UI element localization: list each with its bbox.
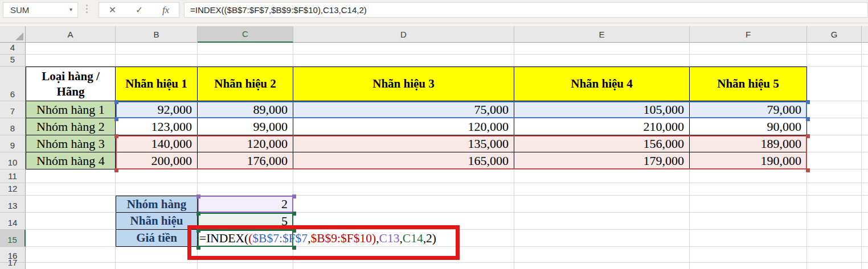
cell-A9[interactable]: Nhóm hàng 3 bbox=[26, 135, 116, 152]
cell-A15[interactable] bbox=[26, 230, 116, 247]
column-header-E[interactable]: E bbox=[514, 26, 690, 43]
row-header-11[interactable]: 11 bbox=[0, 169, 26, 183]
cell-E17[interactable] bbox=[514, 263, 690, 269]
cell-A7[interactable]: Nhóm hàng 1 bbox=[26, 101, 116, 118]
cell-A4[interactable] bbox=[26, 43, 116, 55]
row-header-5[interactable]: 5 bbox=[0, 55, 26, 67]
cell-F5[interactable] bbox=[690, 55, 807, 67]
cell-E12[interactable] bbox=[514, 183, 690, 196]
cell-H7[interactable] bbox=[862, 101, 868, 118]
cell-F17[interactable] bbox=[690, 263, 807, 269]
cell-E11[interactable] bbox=[514, 169, 690, 183]
insert-function-icon[interactable]: fx bbox=[162, 5, 169, 16]
cell-B6[interactable]: Nhãn hiệu 1 bbox=[116, 67, 198, 101]
cell-F13[interactable] bbox=[690, 196, 807, 213]
cell-H6[interactable] bbox=[862, 67, 868, 101]
cell-G11[interactable] bbox=[807, 169, 862, 183]
cell-H17[interactable] bbox=[862, 263, 868, 269]
cell-H5[interactable] bbox=[862, 55, 868, 67]
column-header-D[interactable]: D bbox=[293, 26, 514, 43]
cell-H15[interactable] bbox=[862, 230, 868, 247]
cell-G8[interactable] bbox=[807, 118, 862, 135]
cell-G6[interactable] bbox=[807, 67, 862, 101]
cell-D6[interactable]: Nhãn hiệu 3 bbox=[293, 67, 514, 101]
cell-H10[interactable] bbox=[862, 152, 868, 169]
cell-D5[interactable] bbox=[293, 55, 514, 67]
select-all-corner[interactable] bbox=[0, 26, 26, 43]
cell-A5[interactable] bbox=[26, 55, 116, 67]
cell-G13[interactable] bbox=[807, 196, 862, 213]
name-box[interactable]: SUM ▾ bbox=[3, 2, 78, 18]
range-handle[interactable] bbox=[196, 212, 200, 216]
row-header-4[interactable]: 4 bbox=[0, 43, 26, 55]
column-header-C[interactable]: C bbox=[198, 26, 293, 43]
column-header-A[interactable]: A bbox=[26, 26, 116, 43]
cell-C5[interactable] bbox=[198, 55, 293, 67]
row-header-7[interactable]: 7 bbox=[0, 101, 26, 118]
cell-E15[interactable] bbox=[514, 230, 690, 247]
cell-H4[interactable] bbox=[862, 43, 868, 55]
cell-D4[interactable] bbox=[293, 43, 514, 55]
column-header-B[interactable]: B bbox=[116, 26, 198, 43]
row-header-6[interactable]: 6 bbox=[0, 67, 26, 101]
cell-E4[interactable] bbox=[514, 43, 690, 55]
cell-B11[interactable] bbox=[116, 169, 198, 183]
enter-icon[interactable]: ✓ bbox=[136, 5, 143, 15]
row-header-17[interactable]: 17 bbox=[0, 263, 26, 269]
cell-E13[interactable] bbox=[514, 196, 690, 213]
cell-G12[interactable] bbox=[807, 183, 862, 196]
range-handle[interactable] bbox=[196, 194, 200, 198]
row-header-8[interactable]: 8 bbox=[0, 118, 26, 135]
cell-G17[interactable] bbox=[807, 263, 862, 269]
range-handle[interactable] bbox=[292, 212, 296, 216]
cell-B15[interactable]: Giá tiền bbox=[116, 230, 198, 247]
cell-A6[interactable]: Loại hàng / Hãng bbox=[26, 67, 116, 101]
cell-C17[interactable] bbox=[198, 263, 293, 269]
range-handle[interactable] bbox=[114, 117, 118, 121]
row-header-15[interactable]: 15 bbox=[0, 230, 26, 247]
cell-D12[interactable] bbox=[293, 183, 514, 196]
cell-G5[interactable] bbox=[807, 55, 862, 67]
cell-F15[interactable] bbox=[690, 230, 807, 247]
row-header-9[interactable]: 9 bbox=[0, 135, 26, 152]
cell-F16[interactable] bbox=[690, 247, 807, 263]
cell-F11[interactable] bbox=[690, 169, 807, 183]
cancel-icon[interactable]: ✕ bbox=[109, 5, 116, 15]
cell-G4[interactable] bbox=[807, 43, 862, 55]
cell-A13[interactable] bbox=[26, 196, 116, 213]
cell-C12[interactable] bbox=[198, 183, 293, 196]
cell-A12[interactable] bbox=[26, 183, 116, 196]
cell-D17[interactable] bbox=[293, 263, 514, 269]
cell-H14[interactable] bbox=[862, 213, 868, 230]
cell-G16[interactable] bbox=[807, 247, 862, 263]
cell-D13[interactable] bbox=[293, 196, 514, 213]
column-header-G[interactable]: G bbox=[807, 26, 862, 43]
range-handle[interactable] bbox=[114, 168, 118, 172]
range-handle[interactable] bbox=[806, 134, 810, 138]
cell-E6[interactable]: Nhãn hiệu 4 bbox=[514, 67, 690, 101]
cell-E5[interactable] bbox=[514, 55, 690, 67]
row-header-12[interactable]: 12 bbox=[0, 183, 26, 196]
cell-H11[interactable] bbox=[862, 169, 868, 183]
cell-D11[interactable] bbox=[293, 169, 514, 183]
cell-A14[interactable] bbox=[26, 213, 116, 230]
range-handle[interactable] bbox=[806, 168, 810, 172]
cell-H16[interactable] bbox=[862, 247, 868, 263]
cell-H8[interactable] bbox=[862, 118, 868, 135]
cell-C4[interactable] bbox=[198, 43, 293, 55]
column-header-H[interactable] bbox=[862, 26, 868, 43]
cell-C11[interactable] bbox=[198, 169, 293, 183]
cell-F8[interactable]: 90,000 bbox=[690, 118, 807, 135]
cell-E16[interactable] bbox=[514, 247, 690, 263]
cell-A10[interactable]: Nhóm hàng 4 bbox=[26, 152, 116, 169]
cell-A17[interactable] bbox=[26, 263, 116, 269]
range-handle[interactable] bbox=[292, 194, 296, 198]
range-handle[interactable] bbox=[806, 117, 810, 121]
cell-B13[interactable]: Nhóm hàng bbox=[116, 196, 198, 213]
range-handle[interactable] bbox=[806, 100, 810, 104]
cell-H13[interactable] bbox=[862, 196, 868, 213]
cell-A11[interactable] bbox=[26, 169, 116, 183]
cell-G9[interactable] bbox=[807, 135, 862, 152]
cell-E8[interactable]: 210,000 bbox=[514, 118, 690, 135]
cell-C6[interactable]: Nhãn hiệu 2 bbox=[198, 67, 293, 101]
